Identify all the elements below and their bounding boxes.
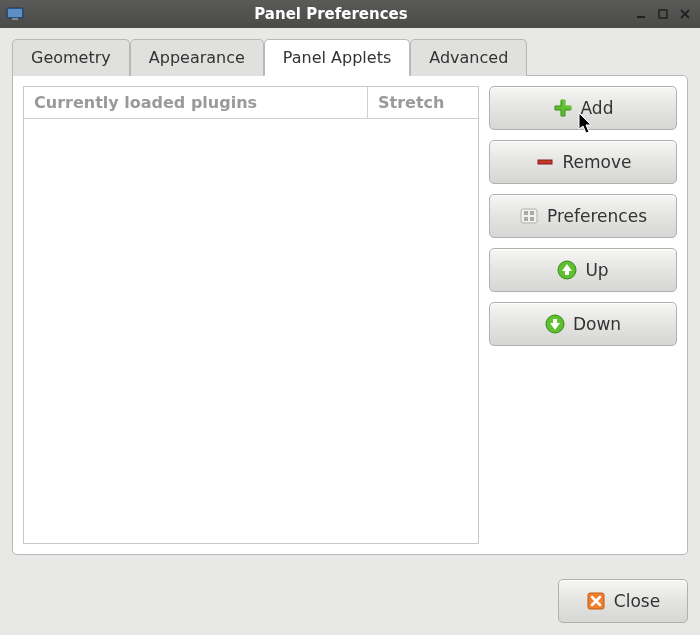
arrow-up-icon (557, 260, 577, 280)
arrow-down-icon (545, 314, 565, 334)
tab-advanced[interactable]: Advanced (410, 39, 527, 76)
content-area: Geometry Appearance Panel Applets Advanc… (0, 28, 700, 567)
close-icon (586, 591, 606, 611)
svg-rect-8 (530, 211, 534, 215)
svg-rect-7 (524, 211, 528, 215)
svg-rect-2 (12, 18, 18, 20)
button-label: Remove (563, 152, 632, 172)
remove-button[interactable]: Remove (489, 140, 677, 184)
tab-label: Appearance (149, 48, 245, 67)
tab-geometry[interactable]: Geometry (12, 39, 130, 76)
app-monitor-icon (6, 7, 24, 21)
svg-rect-3 (637, 16, 645, 18)
column-header-name[interactable]: Currently loaded plugins (24, 87, 368, 118)
button-label: Up (585, 260, 608, 280)
maximize-button[interactable] (654, 6, 672, 22)
window-title: Panel Preferences (30, 5, 632, 23)
minus-icon (535, 152, 555, 172)
svg-rect-6 (521, 209, 537, 223)
plugin-table-header: Currently loaded plugins Stretch (24, 87, 478, 119)
column-header-stretch[interactable]: Stretch (368, 87, 478, 118)
svg-rect-10 (530, 217, 534, 221)
plugin-table[interactable]: Currently loaded plugins Stretch (23, 86, 479, 544)
svg-rect-5 (538, 160, 552, 164)
tab-label: Panel Applets (283, 48, 391, 67)
plugin-table-body[interactable] (24, 119, 478, 543)
tab-panel: Currently loaded plugins Stretch Add (12, 75, 688, 555)
button-label: Close (614, 591, 660, 611)
button-label: Preferences (547, 206, 647, 226)
plus-icon (553, 98, 573, 118)
svg-rect-1 (8, 9, 22, 17)
tab-row: Geometry Appearance Panel Applets Advanc… (12, 38, 688, 75)
side-buttons: Add Remove (489, 86, 677, 544)
svg-rect-4 (659, 10, 667, 18)
tab-label: Geometry (31, 48, 111, 67)
window-controls (632, 6, 694, 22)
svg-rect-9 (524, 217, 528, 221)
preferences-icon (519, 206, 539, 226)
minimize-button[interactable] (632, 6, 650, 22)
add-button[interactable]: Add (489, 86, 677, 130)
preferences-button[interactable]: Preferences (489, 194, 677, 238)
tab-label: Advanced (429, 48, 508, 67)
close-window-button[interactable] (676, 6, 694, 22)
close-button[interactable]: Close (558, 579, 688, 623)
down-button[interactable]: Down (489, 302, 677, 346)
button-label: Add (581, 98, 614, 118)
window: Panel Preferences Geometry Appearance Pa… (0, 0, 700, 635)
titlebar: Panel Preferences (0, 0, 700, 28)
button-label: Down (573, 314, 621, 334)
up-button[interactable]: Up (489, 248, 677, 292)
tab-appearance[interactable]: Appearance (130, 39, 264, 76)
footer: Close (0, 567, 700, 635)
tab-panel-applets[interactable]: Panel Applets (264, 39, 410, 76)
